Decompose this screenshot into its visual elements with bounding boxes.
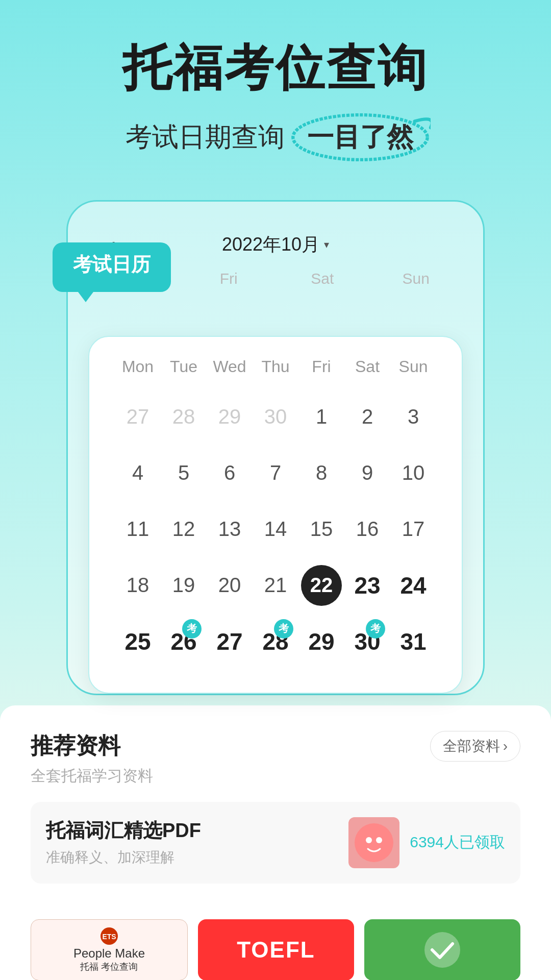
- calendar-grid: 27 28 29 30 1 2 3 4 5 6 7 8 9 10 11 12 1…: [115, 391, 436, 667]
- weekday-thu: Thu: [253, 352, 298, 381]
- weekday-header: Mon Tue Wed Thu Fri Sat Sun: [115, 352, 436, 381]
- selected-day-circle: 22: [301, 565, 342, 606]
- weekday-sat: Sat: [344, 352, 390, 381]
- month-title: 2022年10月 ▾: [222, 232, 329, 257]
- phone-mockup: ‹ 2022年10月 ▾ Thu Fri Sat Sun 考试日历 Mon Tu: [66, 200, 485, 695]
- day-cell-9[interactable]: 9: [344, 448, 390, 499]
- weekday-wed: Wed: [207, 352, 253, 381]
- resource-desc: 准确释义、加深理解: [46, 848, 338, 867]
- ets-inner: ETS People Make 托福 考位查询: [68, 922, 150, 978]
- day-cell-11[interactable]: 11: [115, 504, 161, 555]
- day-cell-23[interactable]: 23: [344, 560, 390, 611]
- circled-text-content: 一目了然: [307, 122, 413, 152]
- day-cell-20[interactable]: 20: [207, 560, 253, 611]
- day-cell-13[interactable]: 13: [207, 504, 253, 555]
- bg-weekday-sat: Sat: [311, 262, 334, 295]
- day-cell-16[interactable]: 16: [344, 504, 390, 555]
- banner-ets[interactable]: ETS People Make 托福 考位查询: [31, 919, 188, 980]
- day-cell-24[interactable]: 24: [390, 560, 436, 611]
- bottom-banners: ETS People Make 托福 考位查询 TOEFL: [0, 904, 551, 980]
- day-cell-8[interactable]: 8: [298, 448, 344, 499]
- dropdown-arrow-icon[interactable]: ▾: [324, 238, 329, 251]
- chevron-right-icon: ›: [503, 738, 508, 754]
- day-cell-3[interactable]: 3: [390, 391, 436, 443]
- hero-subtitle-text: 考试日期查询: [126, 119, 285, 155]
- day-cell-15[interactable]: 15: [298, 504, 344, 555]
- hero-subtitle: 考试日期查询 一目了然: [31, 115, 520, 159]
- day-cell-18[interactable]: 18: [115, 560, 161, 611]
- svg-text:ETS: ETS: [102, 933, 116, 941]
- banner-toefl[interactable]: TOEFL: [198, 919, 354, 980]
- recommend-title: 推荐资料: [31, 731, 120, 761]
- day-cell-7[interactable]: 7: [253, 448, 298, 499]
- day-cell-30prev[interactable]: 30: [253, 391, 298, 443]
- resource-thumbnail: [348, 817, 399, 868]
- day-cell-10[interactable]: 10: [390, 448, 436, 499]
- day-cell-25[interactable]: 25: [115, 616, 161, 667]
- day-cell-27[interactable]: 27: [207, 616, 253, 667]
- day-cell-4[interactable]: 4: [115, 448, 161, 499]
- banner-green[interactable]: [364, 919, 520, 980]
- people-make-text: People Make: [73, 946, 145, 961]
- weekday-fri: Fri: [298, 352, 344, 381]
- resource-card[interactable]: 托福词汇精选PDF 准确释义、加深理解 6394人已领取: [31, 802, 520, 884]
- day-cell-21[interactable]: 21: [253, 560, 298, 611]
- day-cell-1[interactable]: 1: [298, 391, 344, 443]
- view-all-button[interactable]: 全部资料 ›: [430, 731, 520, 762]
- day-cell-28[interactable]: 28 考: [253, 616, 298, 667]
- day-cell-30[interactable]: 30 考: [344, 616, 390, 667]
- month-label: 2022年10月: [222, 232, 320, 257]
- recommend-subtitle: 全套托福学习资料: [31, 766, 520, 787]
- exam-dot-26: 考: [182, 619, 202, 639]
- day-cell-2[interactable]: 2: [344, 391, 390, 443]
- hero-title: 托福考位查询: [31, 41, 520, 95]
- svg-point-1: [355, 823, 393, 862]
- exam-dot-28: 考: [274, 619, 293, 639]
- day-cell-26[interactable]: 26 考: [161, 616, 207, 667]
- day-cell-27prev[interactable]: 27: [115, 391, 161, 443]
- resource-info: 托福词汇精选PDF 准确释义、加深理解: [46, 818, 338, 867]
- exam-label-bubble: 考试日历: [53, 242, 171, 292]
- calendar-card: Mon Tue Wed Thu Fri Sat Sun 27 28 29 30 …: [88, 336, 463, 694]
- resource-name: 托福词汇精选PDF: [46, 818, 338, 844]
- toefl-text: TOEFL: [237, 937, 315, 963]
- weekday-tue: Tue: [161, 352, 207, 381]
- day-cell-29[interactable]: 29: [298, 616, 344, 667]
- weekday-mon: Mon: [115, 352, 161, 381]
- recommend-header: 推荐资料 全部资料 ›: [31, 731, 520, 762]
- phone-bg-card: ‹ 2022年10月 ▾ Thu Fri Sat Sun 考试日历 Mon Tu: [66, 200, 485, 695]
- ets-logo: ETS: [100, 927, 118, 945]
- day-cell-29prev[interactable]: 29: [207, 391, 253, 443]
- svg-point-6: [424, 932, 460, 968]
- day-cell-22-selected[interactable]: 22: [298, 560, 344, 611]
- recommend-section: 推荐资料 全部资料 › 全套托福学习资料 托福词汇精选PDF 准确释义、加深理解…: [0, 705, 551, 904]
- exam-dot-30-label: 考: [370, 622, 381, 635]
- view-all-label: 全部资料: [443, 737, 500, 756]
- day-cell-17[interactable]: 17: [390, 504, 436, 555]
- exam-dot-30: 考: [366, 619, 385, 639]
- weekday-sun: Sun: [390, 352, 436, 381]
- day-cell-28prev[interactable]: 28: [161, 391, 207, 443]
- exam-dot-28-label: 考: [279, 622, 289, 635]
- day-cell-5[interactable]: 5: [161, 448, 207, 499]
- svg-point-2: [366, 837, 372, 843]
- day-cell-12[interactable]: 12: [161, 504, 207, 555]
- circled-highlight: 一目了然: [295, 115, 425, 159]
- day-cell-6[interactable]: 6: [207, 448, 253, 499]
- bg-weekday-sun: Sun: [403, 262, 430, 295]
- ets-subtitle: 托福 考位查询: [80, 961, 138, 973]
- resource-count: 6394人已领取: [410, 832, 505, 853]
- day-number-22: 22: [310, 574, 333, 597]
- hero-section: 托福考位查询 考试日期查询 一目了然: [0, 0, 551, 180]
- exam-label-text: 考试日历: [73, 254, 151, 275]
- day-cell-31[interactable]: 31: [390, 616, 436, 667]
- svg-point-3: [376, 837, 382, 843]
- exam-dot-label: 考: [187, 622, 197, 635]
- day-cell-19[interactable]: 19: [161, 560, 207, 611]
- day-cell-14[interactable]: 14: [253, 504, 298, 555]
- bg-weekday-fri: Fri: [220, 262, 238, 295]
